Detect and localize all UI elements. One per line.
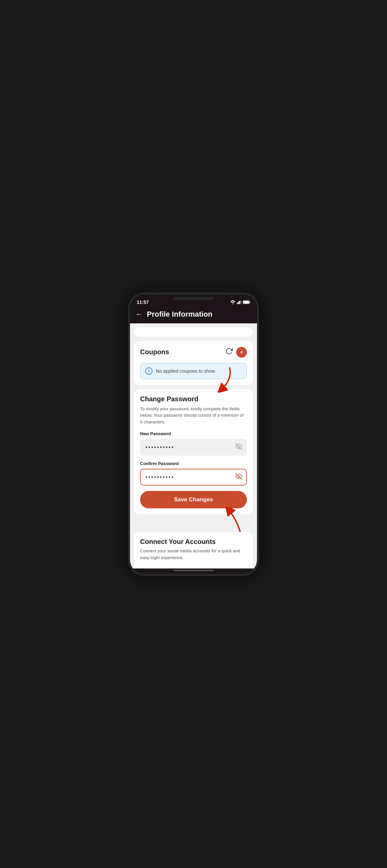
status-icons — [230, 300, 250, 304]
back-button[interactable]: ← — [136, 311, 143, 318]
status-bar: 11:57 — [130, 294, 257, 307]
coupon-empty-banner: i No applied coupons to show — [140, 363, 247, 379]
change-password-card: Change Password To modify your password,… — [134, 389, 253, 515]
connect-accounts-title: Connect Your Accounts — [140, 538, 247, 546]
confirm-password-label: Confirm Password — [140, 461, 247, 466]
phone-frame: 11:57 ← Profile Inf — [128, 292, 259, 576]
change-password-title: Change Password — [140, 395, 247, 403]
previous-section-card — [134, 328, 253, 337]
save-changes-button[interactable]: Save Changes — [140, 491, 247, 508]
svg-rect-1 — [237, 303, 238, 304]
status-time: 11:57 — [137, 300, 149, 305]
confirm-password-wrapper — [140, 469, 247, 486]
svg-rect-4 — [241, 300, 242, 304]
new-password-input[interactable] — [140, 439, 247, 456]
coupons-title: Coupons — [140, 348, 169, 356]
save-button-container: Save Changes — [140, 491, 247, 508]
wifi-icon — [230, 300, 236, 304]
toggle-new-password-icon[interactable] — [236, 443, 242, 452]
signal-icon — [237, 300, 242, 304]
confirm-password-input[interactable] — [140, 469, 247, 486]
svg-rect-3 — [239, 301, 240, 304]
phone-notch — [173, 297, 214, 300]
toggle-confirm-password-icon[interactable] — [236, 473, 242, 482]
coupon-empty-text: No applied coupons to show — [156, 368, 215, 374]
svg-rect-2 — [238, 302, 239, 304]
new-password-label: New Password — [140, 431, 247, 436]
new-password-wrapper — [140, 439, 247, 456]
scroll-content: Coupons + i No applied coupons to show — [130, 323, 257, 568]
info-icon: i — [145, 367, 152, 375]
svg-rect-7 — [243, 301, 249, 304]
app-header: ← Profile Information — [130, 307, 257, 323]
add-coupon-button[interactable]: + — [236, 347, 247, 358]
coupons-header: Coupons + — [140, 347, 247, 358]
change-password-wrapper: Change Password To modify your password,… — [134, 389, 253, 515]
page-title: Profile Information — [147, 310, 213, 319]
arrow-to-save-button — [210, 507, 250, 533]
google-account-row: Google Connect — [140, 566, 247, 568]
svg-point-0 — [232, 303, 233, 304]
refresh-coupons-button[interactable] — [226, 347, 233, 356]
home-indicator — [173, 570, 214, 571]
battery-icon — [243, 300, 250, 304]
change-password-desc: To modify your password, kindly complete… — [140, 406, 247, 426]
connect-accounts-desc: Connect your social media accounts for a… — [140, 548, 247, 561]
svg-rect-6 — [249, 301, 250, 303]
connect-accounts-card: Connect Your Accounts Connect your socia… — [134, 532, 253, 568]
coupons-card: Coupons + i No applied coupons to show — [134, 341, 253, 385]
coupons-actions: + — [226, 347, 247, 358]
